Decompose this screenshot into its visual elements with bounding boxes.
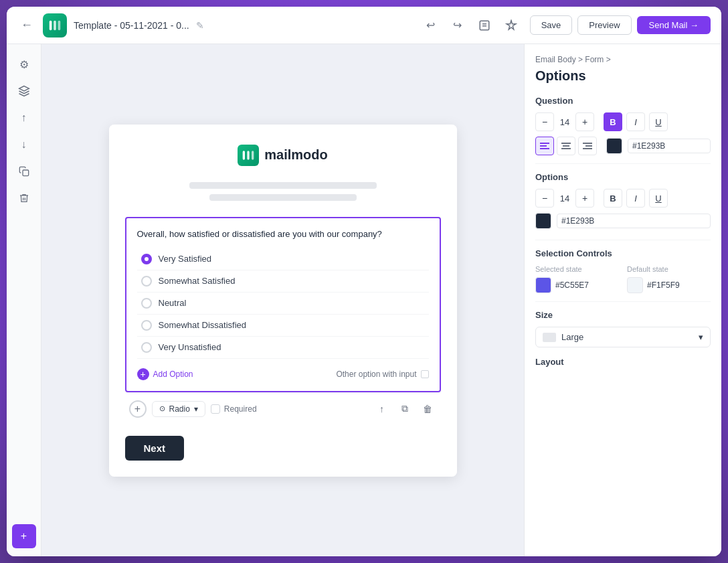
divider-1 [535, 163, 711, 164]
size-preview-icon [543, 333, 556, 342]
other-option-label: Other option with input [336, 370, 416, 379]
question-section-title: Question [535, 96, 711, 106]
sidebar-move-up-icon[interactable]: ↑ [12, 106, 36, 130]
radio-label-1: Very Satisfied [159, 254, 212, 264]
toolbar-add-button[interactable]: + [129, 400, 147, 418]
radio-option-5[interactable]: Very Unsatisfied [137, 337, 429, 359]
edit-title-icon[interactable]: ✎ [196, 20, 204, 31]
toolbar-type-label: Radio [169, 404, 190, 414]
required-checkbox[interactable] [211, 404, 220, 414]
svg-rect-0 [50, 20, 52, 30]
form-question: Overall, how satisfied or dissatisfied a… [137, 229, 429, 239]
topbar-left: ← Template - 05-11-2021 - 0... ✎ [17, 13, 412, 37]
toolbar-required-area[interactable]: Required [211, 404, 257, 414]
divider-2 [535, 240, 711, 240]
options-font-decrease[interactable]: − [535, 189, 554, 208]
default-state-swatch[interactable] [627, 277, 643, 293]
sidebar-add-icon[interactable]: + [12, 524, 36, 548]
sidebar-delete-icon[interactable] [12, 186, 36, 210]
redo-button[interactable]: ↪ [447, 15, 468, 36]
options-bold-button[interactable]: B [604, 189, 622, 208]
radio-circle-1 [141, 254, 152, 264]
size-select-left: Large [543, 332, 583, 342]
question-font-size: 14 [558, 117, 571, 127]
default-state-col: Default state #F1F5F9 [627, 265, 711, 293]
other-option-area[interactable]: Other option with input [336, 370, 428, 379]
question-color-row [606, 138, 711, 154]
move-up-toolbar-icon[interactable]: ↑ [373, 400, 391, 418]
question-align-center[interactable] [557, 137, 575, 155]
mailmodo-logo-icon [238, 145, 259, 166]
size-value: Large [561, 332, 583, 342]
undo-button[interactable]: ↩ [420, 15, 442, 36]
question-font-increase[interactable]: + [575, 112, 594, 131]
radio-option-4[interactable]: Somewhat Dissatisfied [137, 315, 429, 337]
add-option-button[interactable]: + Add Option [137, 368, 193, 380]
size-select[interactable]: Large ▾ [535, 327, 711, 347]
other-option-checkbox[interactable] [421, 370, 429, 378]
form-toolbar: + ⊙ Radio ▾ Required ↑ ⧉ [125, 392, 441, 425]
default-state-label: Default state [627, 265, 711, 273]
options-color-input[interactable] [557, 214, 711, 228]
selected-state-col: Selected state #5C55E7 [535, 265, 619, 293]
options-section-title: Options [535, 172, 711, 182]
selected-state-color-val: #5C55E7 [555, 280, 589, 290]
add-option-icon: + [137, 368, 149, 380]
question-bold-button[interactable]: B [604, 112, 622, 131]
options-italic-button[interactable]: I [626, 189, 645, 208]
options-color-swatch[interactable] [535, 213, 551, 229]
svg-rect-9 [252, 151, 254, 159]
selected-state-swatch[interactable] [535, 277, 551, 293]
placeholder-line-2 [209, 194, 357, 201]
radio-icon: ⊙ [159, 404, 165, 413]
question-font-decrease[interactable]: − [535, 112, 554, 131]
size-chevron-icon: ▾ [699, 332, 703, 342]
topbar: ← Template - 05-11-2021 - 0... ✎ ↩ ↪ [7, 7, 721, 44]
size-section-title: Size [535, 310, 711, 320]
radio-option-2[interactable]: Somewhat Satisfied [137, 270, 429, 293]
radio-option-1[interactable]: Very Satisfied [137, 248, 429, 270]
radio-option-3[interactable]: Neutral [137, 293, 429, 315]
options-underline-button[interactable]: U [649, 189, 668, 208]
magic-button[interactable] [500, 15, 522, 36]
question-align-left[interactable] [535, 137, 554, 155]
delete-toolbar-icon[interactable]: 🗑 [418, 400, 437, 418]
question-align-right[interactable] [578, 137, 597, 155]
form-widget: Overall, how satisfied or dissatisfied a… [125, 217, 441, 392]
sidebar-copy-icon[interactable] [12, 159, 36, 183]
question-font-controls: − 14 + B I U [535, 112, 711, 131]
duplicate-toolbar-icon[interactable]: ⧉ [395, 400, 414, 418]
left-sidebar: ⚙ ↑ ↓ + [7, 44, 41, 556]
svg-rect-7 [243, 151, 245, 159]
radio-label-4: Somewhat Dissatisfied [159, 320, 247, 330]
preview-button[interactable]: Preview [577, 15, 631, 35]
options-font-increase[interactable]: + [575, 189, 594, 208]
question-color-swatch[interactable] [606, 138, 622, 154]
add-option-row: + Add Option Other option with input [137, 364, 429, 380]
save-button[interactable]: Save [530, 15, 573, 35]
question-underline-button[interactable]: U [649, 112, 668, 131]
toolbar-type-select[interactable]: ⊙ Radio ▾ [152, 401, 205, 417]
radio-circle-4 [141, 320, 152, 331]
canvas-area[interactable]: mailmodo Overall, how satisfied or dissa… [41, 44, 524, 556]
next-button[interactable]: Next [125, 436, 185, 461]
app-logo [43, 13, 67, 37]
options-font-size: 14 [558, 193, 571, 204]
question-color-input[interactable] [628, 139, 711, 153]
sidebar-layers-icon[interactable] [12, 79, 36, 103]
sidebar-move-down-icon[interactable]: ↓ [12, 133, 36, 157]
main-content: ⚙ ↑ ↓ + [7, 44, 721, 556]
placeholder-lines [125, 182, 441, 201]
default-state-color-row: #F1F5F9 [627, 277, 711, 293]
send-mail-button[interactable]: Send Mail → [637, 16, 711, 34]
question-italic-button[interactable]: I [626, 112, 645, 131]
placeholder-line-1 [189, 182, 377, 189]
sidebar-settings-icon[interactable]: ⚙ [12, 52, 36, 76]
svg-rect-6 [23, 170, 29, 176]
radio-circle-3 [141, 298, 152, 309]
email-body: mailmodo Overall, how satisfied or dissa… [109, 125, 457, 477]
svg-rect-2 [58, 20, 61, 30]
required-label: Required [224, 404, 257, 414]
notes-button[interactable] [474, 15, 495, 36]
back-button[interactable]: ← [17, 16, 36, 35]
